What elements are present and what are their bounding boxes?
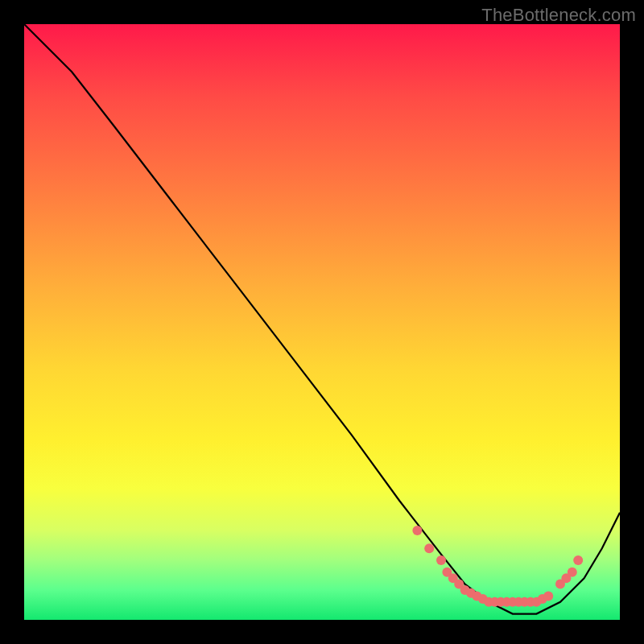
sweet-spot-dot xyxy=(502,597,511,607)
sweet-spot-dot xyxy=(460,585,470,595)
sweet-spot-dot xyxy=(478,594,488,604)
sweet-spot-dot xyxy=(543,591,553,601)
sweet-spot-dot xyxy=(514,597,523,607)
sweet-spot-dot xyxy=(555,580,565,589)
sweet-spot-dot xyxy=(472,591,481,601)
sweet-spot-dots xyxy=(412,526,583,607)
sweet-spot-dot xyxy=(490,597,500,607)
sweet-spot-dot xyxy=(436,555,446,565)
sweet-spot-dot xyxy=(531,597,541,607)
chart-overlay xyxy=(24,24,620,620)
sweet-spot-dot xyxy=(448,573,458,583)
sweet-spot-dot xyxy=(508,597,518,607)
bottleneck-curve xyxy=(24,24,620,614)
sweet-spot-dot xyxy=(424,543,434,553)
sweet-spot-dot xyxy=(573,555,583,565)
chart-frame: TheBottleneck.com xyxy=(0,0,644,644)
sweet-spot-dot xyxy=(520,597,530,607)
sweet-spot-dot xyxy=(568,568,577,577)
sweet-spot-dot xyxy=(484,597,493,607)
sweet-spot-dot xyxy=(526,597,535,607)
sweet-spot-dot xyxy=(538,594,547,604)
sweet-spot-dot xyxy=(466,588,476,598)
sweet-spot-dot xyxy=(561,573,571,583)
sweet-spot-dot xyxy=(496,597,506,607)
sweet-spot-dot xyxy=(454,580,464,589)
watermark-text: TheBottleneck.com xyxy=(481,5,636,26)
sweet-spot-dot xyxy=(442,568,452,577)
sweet-spot-dot xyxy=(412,526,422,535)
plot-area xyxy=(24,24,620,620)
